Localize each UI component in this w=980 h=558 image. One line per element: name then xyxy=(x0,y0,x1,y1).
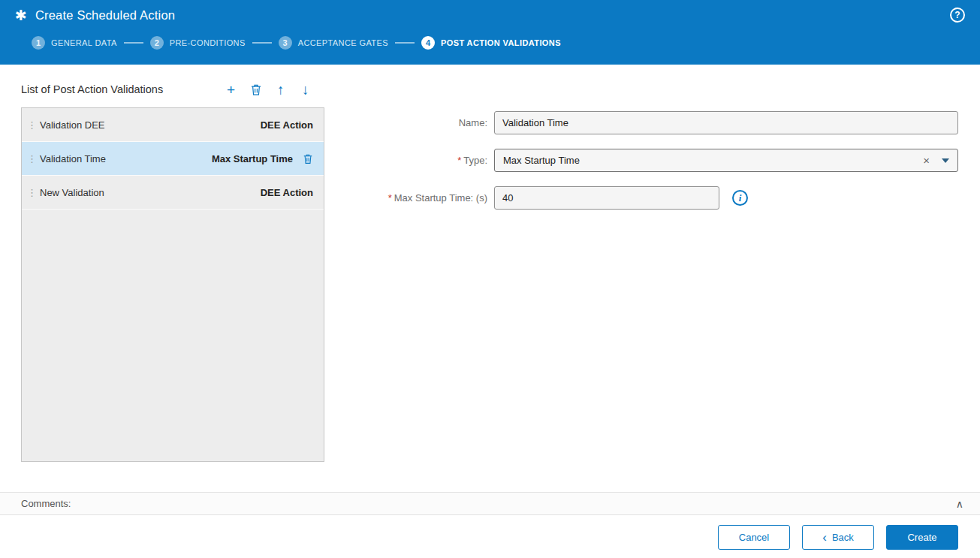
step-pre-conditions[interactable]: 2 PRE-CONDITIONS xyxy=(150,36,246,50)
title-row: ✱ Create Scheduled Action xyxy=(0,0,980,30)
type-row: *Type: Max Startup Time × xyxy=(339,149,958,172)
footer: Cancel ‹ Back Create xyxy=(0,516,980,558)
comments-label: Comments: xyxy=(21,498,71,509)
name-row: Name: xyxy=(339,111,958,134)
list-item-name: Validation DEE xyxy=(40,119,104,131)
type-select[interactable]: Max Startup Time × xyxy=(494,149,958,172)
step-number: 4 xyxy=(421,36,435,50)
list-item-type: Max Startup Time xyxy=(212,153,293,164)
list-item-validation-dee[interactable]: ⋮ Validation DEE DEE Action xyxy=(22,108,324,142)
step-label: PRE-CONDITIONS xyxy=(170,38,246,47)
list-header: List of Post Action Validations + ↑ ↓ xyxy=(21,80,313,99)
step-label: ACCEPTANCE GATES xyxy=(298,38,388,47)
list-item-type: DEE Action xyxy=(261,187,313,198)
step-connector xyxy=(395,42,415,44)
collapse-chevron-icon[interactable]: ∧ xyxy=(956,498,963,510)
step-connector xyxy=(124,42,143,44)
step-label: GENERAL DATA xyxy=(51,38,117,47)
trash-icon[interactable] xyxy=(248,81,264,98)
info-icon[interactable]: i xyxy=(732,190,748,206)
row-trash-icon[interactable] xyxy=(303,153,313,164)
list-toolbar: + ↑ ↓ xyxy=(223,81,313,98)
type-label: *Type: xyxy=(339,155,494,166)
step-connector xyxy=(252,42,272,44)
step-post-action-validations[interactable]: 4 POST ACTION VALIDATIONS xyxy=(421,36,561,50)
comments-bar: Comments: ∧ xyxy=(0,492,980,515)
move-up-icon[interactable]: ↑ xyxy=(273,81,288,98)
move-down-icon[interactable]: ↓ xyxy=(297,81,313,98)
required-asterisk: * xyxy=(457,155,461,166)
wizard-steps: 1 GENERAL DATA 2 PRE-CONDITIONS 3 ACCEPT… xyxy=(0,30,980,50)
step-general-data[interactable]: 1 GENERAL DATA xyxy=(32,36,117,50)
step-number: 3 xyxy=(279,36,292,50)
list-item-type: DEE Action xyxy=(261,119,313,131)
max-startup-time-input[interactable] xyxy=(494,186,719,210)
dialog-header: ✱ Create Scheduled Action ? 1 GENERAL DA… xyxy=(0,0,980,65)
step-number: 1 xyxy=(32,36,45,50)
chevron-down-icon[interactable] xyxy=(942,158,949,163)
back-chevron-icon: ‹ xyxy=(822,531,827,544)
max-startup-time-row: *Max Startup Time: (s) i xyxy=(339,186,958,210)
list-item-validation-time[interactable]: ⋮ Validation Time Max Startup Time xyxy=(22,142,324,176)
max-startup-time-label: *Max Startup Time: (s) xyxy=(339,192,494,204)
add-icon[interactable]: + xyxy=(223,81,239,98)
page-title: Create Scheduled Action xyxy=(35,8,175,23)
clear-icon[interactable]: × xyxy=(920,154,933,167)
cancel-button[interactable]: Cancel xyxy=(718,525,790,550)
validation-form: Name: *Type: Max Startup Time × *Max Sta… xyxy=(339,111,958,224)
help-icon[interactable]: ? xyxy=(950,8,965,23)
list-title: List of Post Action Validations xyxy=(21,83,163,95)
drag-handle-icon[interactable]: ⋮ xyxy=(27,188,35,198)
list-item-name: Validation Time xyxy=(40,153,106,164)
create-button[interactable]: Create xyxy=(886,525,958,550)
name-label: Name: xyxy=(339,117,494,128)
type-select-value: Max Startup Time xyxy=(503,155,580,166)
back-button[interactable]: ‹ Back xyxy=(802,525,874,550)
required-asterisk: * xyxy=(388,192,392,204)
name-input[interactable] xyxy=(494,111,958,134)
validation-list: ⋮ Validation DEE DEE Action ⋮ Validation… xyxy=(21,107,324,462)
step-acceptance-gates[interactable]: 3 ACCEPTANCE GATES xyxy=(279,36,388,50)
app-icon: ✱ xyxy=(15,8,27,23)
step-label: POST ACTION VALIDATIONS xyxy=(441,38,561,47)
list-item-new-validation[interactable]: ⋮ New Validation DEE Action xyxy=(22,176,324,210)
step-number: 2 xyxy=(150,36,164,50)
drag-handle-icon[interactable]: ⋮ xyxy=(27,120,35,130)
list-item-name: New Validation xyxy=(40,187,104,198)
drag-handle-icon[interactable]: ⋮ xyxy=(27,154,35,164)
